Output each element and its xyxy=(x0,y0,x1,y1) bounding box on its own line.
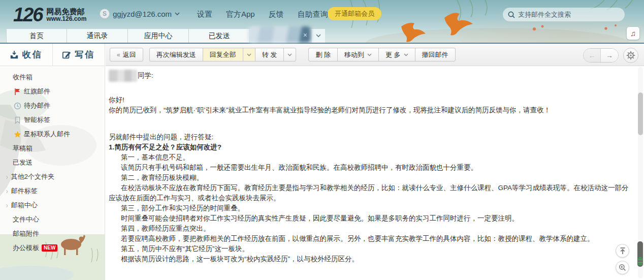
edit-resend-button[interactable]: 再次编辑发送 xyxy=(149,48,203,61)
search-input[interactable] xyxy=(518,11,615,18)
compose-icon xyxy=(62,50,71,59)
scrollbar-thumb[interactable] xyxy=(638,92,643,135)
sidebar-item-office-templates[interactable]: 办公模板 NEW xyxy=(0,241,105,255)
manage-button-group: 删 除 移动到 更 多 撤回邮件 xyxy=(308,48,455,61)
sidebar-item-starred-contacts[interactable]: 星标联系人邮件 xyxy=(0,127,105,141)
compose-mail-button[interactable]: 写信 xyxy=(53,44,105,66)
arrow-left-icon: ← xyxy=(589,51,596,59)
close-icon[interactable]: × xyxy=(303,32,307,39)
double-chevron-left-icon: « xyxy=(117,51,120,58)
recall-mail-button[interactable]: 撤回邮件 xyxy=(415,48,456,61)
tab-open-mail[interactable]: × xyxy=(250,29,311,43)
body-line: 时间重叠可能会使招聘者对你工作实习经历的真实性产生质疑，因此要尽量避免。如果是多… xyxy=(109,213,633,224)
sidebar-item-flagged[interactable]: 红旗邮件 xyxy=(0,84,105,99)
tab-list-dropdown[interactable] xyxy=(311,29,325,43)
chevron-down-icon xyxy=(367,53,372,56)
forward-button[interactable]: 转 发 xyxy=(255,48,284,61)
folder-list: 收件箱 红旗邮件 待办邮件 智能标签 星标联系人邮件 草稿箱 已发送 › xyxy=(0,66,105,255)
mail-nav-controls: ← → xyxy=(583,48,638,63)
sidebar-item-attachments[interactable]: 邮箱附件 xyxy=(0,227,105,241)
body-line: 若要应聘高校教师，要把教师相关的工作经历放在前面，以做重点的展示。另外，也要丰富… xyxy=(109,234,633,244)
webmail-app: 126 网易免费邮 www.126.com S ggjyzd@126.com 设… xyxy=(0,0,644,280)
tab-contacts[interactable]: 通讯录 xyxy=(67,29,128,43)
vip-upgrade-button[interactable]: 开通邮箱会员 xyxy=(328,7,381,20)
zoom-button[interactable] xyxy=(616,261,629,274)
chevron-down-icon xyxy=(404,53,408,56)
logo-url: www.126.com xyxy=(46,16,86,23)
account-menu[interactable]: S ggjyzd@126.com xyxy=(100,9,180,19)
back-to-top-button[interactable] xyxy=(616,244,629,258)
nav-self-service[interactable]: 自助查询 xyxy=(298,10,328,19)
redacted-tab-title xyxy=(248,26,311,43)
clock-icon xyxy=(14,102,21,110)
reply-all-dropdown[interactable] xyxy=(243,48,255,61)
mail-body: 同学: 你好! 你的简历已收到，“筑梦启航·‘职’引未来”就业工作室有丰富就业指… xyxy=(106,66,644,280)
header-nav: 设置 官方App 反馈 自助查询 xyxy=(197,10,328,19)
chevron-down-icon xyxy=(287,53,292,56)
scroll-progress-indicator[interactable] xyxy=(637,241,643,267)
move-to-button[interactable]: 移动到 xyxy=(337,48,379,61)
sidebar-item-smart-tags[interactable]: 智能标签 xyxy=(0,113,105,127)
back-button[interactable]: « 返回 xyxy=(110,48,143,61)
reply-all-button[interactable]: 回复全部 xyxy=(203,48,243,61)
chevron-right-icon: › xyxy=(6,196,8,214)
chevron-down-icon xyxy=(316,34,321,38)
reading-settings-button[interactable] xyxy=(623,48,638,63)
sidebar-item-file-center[interactable]: 文件中心 xyxy=(0,212,105,227)
music-note-icon[interactable]: ♫ xyxy=(627,27,639,40)
sidebar-item-sent[interactable]: 已发送 xyxy=(0,155,105,170)
sidebar: 收信 写信 收件箱 红旗邮件 待办邮件 智能标签 xyxy=(0,44,105,280)
back-to-top-icon xyxy=(619,247,626,255)
logo: 126 网易免费邮 www.126.com xyxy=(13,4,86,26)
body-line: 该简历只有手机号码和邮箱，一般还需要出生年月、政治面貌和民族。在高校教师招聘中，… xyxy=(109,163,633,173)
sidebar-item-other-folders[interactable]: › 其他2个文件夹 xyxy=(0,170,105,184)
body-line: 第四，教师经历应重点突出。 xyxy=(109,224,633,234)
account-email: ggjyzd@126.com xyxy=(113,10,172,18)
more-button[interactable]: 更 多 xyxy=(378,48,415,61)
coin-icon: S xyxy=(100,9,110,19)
chevron-down-icon xyxy=(175,12,180,16)
body-line: 另就邮件中提出的问题，进行答疑: xyxy=(109,132,633,142)
tab-app-center[interactable]: 应用中心 xyxy=(128,29,189,43)
sidebar-item-todo[interactable]: 待办邮件 xyxy=(0,99,105,113)
nav-settings[interactable]: 设置 xyxy=(197,10,212,19)
body-line: 第三，部分工作和实习经历的时间重叠。 xyxy=(109,203,633,213)
logo-number: 126 xyxy=(13,4,42,26)
magnifier-plus-icon xyxy=(619,264,626,271)
sidebar-actions: 收信 写信 xyxy=(0,44,105,66)
nav-feedback[interactable]: 反馈 xyxy=(269,10,284,19)
delete-button[interactable]: 删 除 xyxy=(308,48,338,61)
sidebar-item-mail-center[interactable]: › 邮箱中心 xyxy=(0,198,105,212)
sidebar-item-inbox[interactable]: 收件箱 xyxy=(0,70,105,84)
body-line: 第一，基本信息不足。 xyxy=(109,152,633,163)
star-icon xyxy=(14,131,21,138)
body-line-heading: 1.简历有何不足之处？应该如何改进? xyxy=(109,142,633,152)
mail-toolbar: « 返回 再次编辑发送 回复全部 转 发 删 除 移动到 更 多 撤 xyxy=(106,44,644,66)
receive-mail-button[interactable]: 收信 xyxy=(0,44,53,66)
body-line: 你的简历已收到，“筑梦启航·‘职’引未来”就业工作室有丰富就业指导经验的老师们对… xyxy=(109,105,633,115)
reply-button-group: 再次编辑发送 回复全部 转 发 xyxy=(149,48,297,61)
tab-sent[interactable]: 已发送 xyxy=(189,29,250,43)
next-mail-button[interactable]: → xyxy=(601,49,618,62)
recipient-line: 同学: xyxy=(109,70,633,82)
body-line: 在校活动板块不应放在教育经历下面写。教育经历主要是指与学习和教学相关的经历，比如… xyxy=(109,183,633,203)
body-line: 第二，教育经历板块模糊。 xyxy=(109,173,633,183)
new-badge: NEW xyxy=(42,244,57,252)
redacted-recipient-name xyxy=(109,70,137,82)
sidebar-item-drafts[interactable]: 草稿箱 xyxy=(0,141,105,155)
inbox-download-icon xyxy=(10,50,19,59)
chevron-down-icon xyxy=(247,53,251,56)
bookmark-icon xyxy=(14,116,21,124)
body-line: 第五，简历中不应有“其它经历”这一板块。 xyxy=(109,244,633,254)
arrow-right-icon: → xyxy=(606,51,613,59)
search-box[interactable] xyxy=(503,8,625,21)
flag-icon xyxy=(14,88,21,96)
search-icon xyxy=(508,11,515,18)
tab-home[interactable]: 首页 xyxy=(6,29,67,43)
forward-dropdown[interactable] xyxy=(283,48,296,61)
gear-icon xyxy=(626,51,635,60)
previous-mail-button[interactable]: ← xyxy=(584,49,601,62)
nav-official-app[interactable]: 官方App xyxy=(226,10,255,19)
sidebar-item-mail-tags[interactable]: › 邮件标签 xyxy=(0,184,105,198)
body-line: 你好! xyxy=(109,95,633,105)
